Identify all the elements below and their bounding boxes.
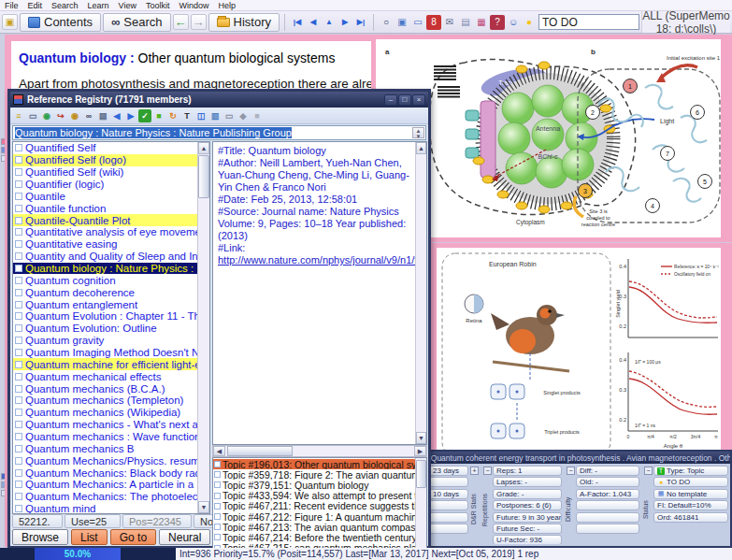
registry-list-item[interactable]: Quantified Self (logo)	[13, 154, 197, 166]
stop-icon[interactable]: ■	[251, 109, 264, 122]
registry-list-item[interactable]: Quantum gravity	[13, 335, 197, 347]
topic-list-item[interactable]: Topic #433,594: We also attempt to prese…	[213, 491, 415, 501]
find-page-icon[interactable]: ▤	[96, 109, 109, 122]
topic-list-item[interactable]: Topic #359,718: Figure 2: The avian quan…	[213, 469, 415, 480]
registry-list-item[interactable]: Quantum Mechanics: Black body radiatio	[13, 467, 197, 479]
up-button[interactable]: ▲	[322, 15, 337, 30]
item-checkbox[interactable]	[15, 301, 22, 309]
scroll-left-icon[interactable]: ◀	[213, 446, 225, 456]
registry-list-item[interactable]: Quantum Mechanics: The photoelectric ef	[13, 491, 197, 503]
coin-icon[interactable]: ◉	[68, 109, 81, 122]
registry-button[interactable]: Neural	[159, 529, 210, 545]
menu-item[interactable]: Search	[47, 1, 83, 10]
text-tool-icon[interactable]: T	[180, 109, 194, 122]
registry-titlebar[interactable]: Reference Registry (71791 members) –□×	[10, 92, 428, 108]
item-checkbox[interactable]	[15, 193, 22, 200]
registry-list-item[interactable]: Quantum mechanics : Wave functions and	[13, 431, 197, 443]
registry-list-item[interactable]: Quantified Self	[13, 142, 197, 154]
item-checkbox[interactable]	[15, 217, 22, 224]
topic-checkbox[interactable]	[214, 534, 221, 540]
item-checkbox[interactable]	[15, 252, 22, 260]
statistics-icon[interactable]: ▦	[474, 15, 489, 30]
notes-icon[interactable]: ▤	[458, 15, 473, 30]
split-view-icon[interactable]: ◫	[194, 109, 208, 122]
help-icon[interactable]: ?	[490, 15, 505, 30]
menu-icon[interactable]: ≡	[12, 109, 25, 122]
topic-checkbox[interactable]	[214, 524, 221, 530]
scroll-down-icon[interactable]: ▼	[416, 432, 426, 444]
scroll-up-icon[interactable]: ▲	[416, 142, 426, 154]
diamond-icon[interactable]: ◆	[237, 109, 250, 122]
registry-list-item[interactable]: Quantum mechanics (Wikipedia)	[13, 407, 197, 419]
todo-input[interactable]	[538, 14, 639, 30]
registry-list-item[interactable]: Quantum mechanics B	[13, 442, 197, 454]
back-button[interactable]: ←	[173, 14, 189, 30]
tasklist-icon[interactable]: 8	[426, 15, 441, 30]
menu-item[interactable]: File	[0, 1, 23, 10]
topic-list-item[interactable]: Topic #467,212: Figure 1: A quantum mach…	[213, 511, 415, 522]
search-button[interactable]: ∞ Search	[103, 13, 170, 32]
contact-icon[interactable]: ☺	[506, 15, 521, 30]
menu-item[interactable]: Help	[213, 1, 240, 10]
green-square-icon[interactable]: ■	[152, 109, 165, 122]
window-button[interactable]: –	[384, 94, 397, 106]
globe-icon[interactable]: ◉	[40, 109, 53, 122]
menu-item[interactable]: Edit	[23, 1, 48, 10]
registry-list-item[interactable]: Quantum machine for efficient light-ener…	[13, 358, 197, 370]
registry-list-item[interactable]: Quantified Self (wiki)	[13, 166, 197, 179]
registry-list-item[interactable]: Quantum mechanics - What's next after H	[13, 419, 197, 431]
scroll-right-icon[interactable]: ▶	[414, 446, 426, 456]
window-icon[interactable]: ▭	[26, 109, 39, 122]
element-window-titlebar[interactable]: uction . Quantum coherent energy transpo…	[399, 452, 730, 464]
details-horizontal-scrollbar[interactable]: ◀ ▶	[212, 445, 427, 457]
registry-list-item[interactable]: Quantum Evolution : Chapter 11 - The qua	[13, 310, 197, 323]
item-checkbox[interactable]	[15, 457, 22, 465]
monitor-icon[interactable]: ▭	[410, 15, 425, 30]
item-checkbox[interactable]	[15, 144, 22, 151]
details-scrollbar[interactable]: ▲ ▼	[415, 142, 426, 444]
zoom-icon[interactable]: ○	[379, 15, 394, 30]
topic-list-item[interactable]: Topic #467,214: Before the twentieth cen…	[213, 532, 415, 542]
registry-list-item[interactable]: Quantum mind	[13, 503, 197, 514]
history-button[interactable]: History	[208, 13, 280, 32]
registry-list-item[interactable]: Quantum mechanics (Templeton)	[13, 395, 197, 407]
registry-list-item[interactable]: Quantum Imaging Method Doesn't Need L	[13, 347, 197, 359]
item-checkbox[interactable]	[15, 409, 22, 416]
expand-button[interactable]: +	[470, 467, 479, 475]
item-checkbox[interactable]	[15, 324, 22, 332]
registry-list-item[interactable]: Quantum Evolution: Outline	[13, 323, 197, 335]
scroll-down-icon[interactable]: ▼	[198, 501, 209, 513]
item-checkbox[interactable]	[15, 469, 22, 477]
menu-item[interactable]: Toolkit	[141, 1, 175, 10]
topic-checkbox[interactable]	[214, 481, 221, 488]
registry-list-item[interactable]: Quantum biology : Nature Physics : Natur…	[13, 263, 197, 275]
topic-checkbox[interactable]	[214, 513, 221, 520]
item-checkbox[interactable]	[15, 337, 22, 344]
item-checkbox[interactable]	[15, 168, 22, 176]
item-checkbox[interactable]	[15, 180, 22, 188]
registry-list-item[interactable]: Quantum mechanical effects	[13, 370, 197, 382]
registry-list-item[interactable]: Quantum entanglement	[13, 298, 197, 310]
item-checkbox[interactable]	[15, 505, 22, 512]
registry-list-item[interactable]: Quantum Mechanics: A particle in a box	[13, 479, 197, 491]
scrollbar-thumb[interactable]	[227, 446, 293, 456]
refresh-icon[interactable]: ↻	[166, 109, 179, 122]
registry-button[interactable]: Browse	[12, 529, 68, 545]
menu-item[interactable]: Learn	[83, 1, 114, 10]
binoculars-icon[interactable]: ∞	[82, 109, 95, 122]
snapshot-icon[interactable]: ▣	[395, 15, 409, 30]
item-checkbox[interactable]	[15, 421, 22, 428]
prev-button[interactable]: ◀	[306, 15, 321, 30]
first-button[interactable]: |◀	[290, 15, 305, 30]
topic-list-item[interactable]: Topic #379,151: Quantum biology	[213, 480, 415, 490]
topic-list-item[interactable]: Topic #467,211: Recent evidence suggests…	[213, 501, 415, 511]
topic-list-item[interactable]: Topic #196,013: Other quantum biological…	[213, 459, 415, 469]
last-button[interactable]: ▶|	[353, 15, 368, 30]
mail-icon[interactable]: ✉	[442, 15, 457, 30]
registry-button[interactable]: List	[71, 529, 108, 545]
registry-list-item[interactable]: Quantitative analysis of eye movements d	[13, 226, 197, 238]
registry-list-item[interactable]: Quantile-Quantile Plot	[13, 214, 197, 226]
item-checkbox[interactable]	[15, 385, 22, 393]
registry-list-item[interactable]: Quantile	[13, 190, 197, 202]
item-checkbox[interactable]	[15, 228, 22, 236]
